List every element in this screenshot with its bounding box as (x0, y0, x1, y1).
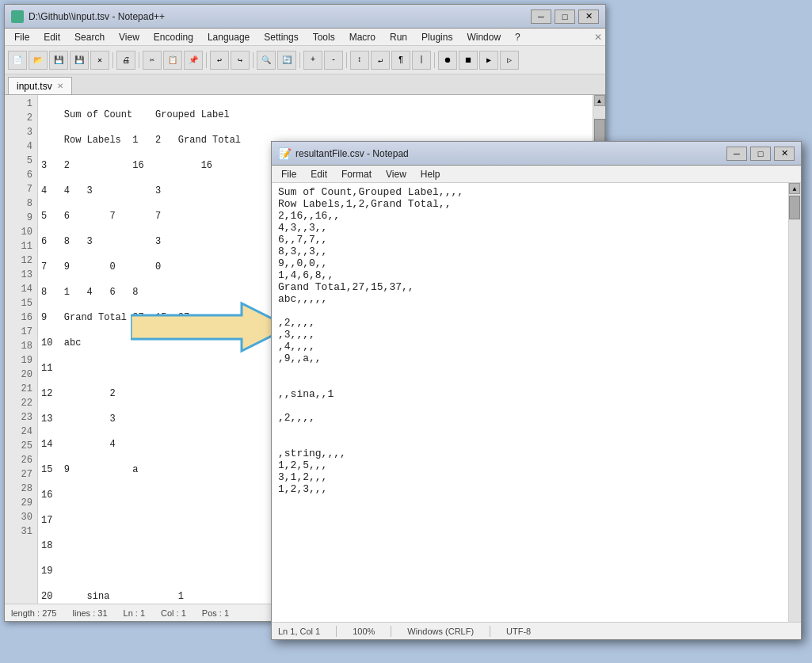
toolbar-macro-stop[interactable]: ⏹ (459, 51, 478, 70)
status-pos: Pos : 1 (202, 608, 229, 618)
toolbar-all-chars[interactable]: ¶ (391, 51, 410, 70)
menu-plugins[interactable]: Plugins (415, 30, 459, 44)
svg-marker-0 (131, 303, 289, 351)
tab-close-icon[interactable]: ✕ (57, 82, 63, 90)
line-num-8: 8 (5, 196, 37, 211)
toolbar-zoom-in[interactable]: + (303, 51, 322, 70)
line-num-4: 4 (5, 139, 37, 154)
toolbar-sep5 (299, 52, 300, 68)
menu-view[interactable]: View (112, 30, 146, 44)
np-scroll-up-btn[interactable]: ▲ (789, 183, 800, 194)
tab-input-tsv[interactable]: input.tsv ✕ (8, 77, 72, 94)
np-sep1 (336, 626, 337, 637)
line-num-11: 11 (5, 239, 37, 253)
line-num-15: 15 (5, 296, 37, 311)
toolbar-save[interactable]: 💾 (49, 51, 68, 70)
npp-toolbar: 📄 📂 💾 💾 ✕ 🖨 ✂ 📋 📌 ↩ ↪ 🔍 🔄 + - ↕ ↵ ¶ | ⏺ … (5, 46, 605, 74)
toolbar-sep3 (206, 52, 207, 68)
notepad-window: 📝 resultantFile.csv - Notepad ─ □ ✕ File… (271, 141, 802, 640)
toolbar-cut[interactable]: ✂ (143, 51, 162, 70)
line-num-29: 29 (5, 496, 37, 510)
toolbar-sep7 (434, 52, 435, 68)
status-length: length : 275 (11, 608, 57, 618)
toolbar-macro-rec[interactable]: ⏺ (438, 51, 457, 70)
toolbar-sync-scroll[interactable]: ↕ (350, 51, 369, 70)
toolbar-zoom-out[interactable]: - (324, 51, 343, 70)
menu-file[interactable]: File (8, 30, 36, 44)
np-scroll-thumb[interactable] (789, 196, 800, 219)
menu-encoding[interactable]: Encoding (147, 30, 200, 44)
np-close-button[interactable]: ✕ (774, 147, 795, 161)
npp-minimize-button[interactable]: ─ (531, 10, 551, 24)
scroll-up-btn[interactable]: ▲ (594, 95, 605, 106)
npp-maximize-button[interactable]: □ (555, 10, 575, 24)
np-menubar: File Edit Format View Help (272, 166, 801, 183)
line-num-23: 23 (5, 410, 37, 425)
line-num-24: 24 (5, 425, 37, 439)
toolbar-print[interactable]: 🖨 (116, 51, 135, 70)
np-menu-view[interactable]: View (379, 167, 413, 181)
menu-settings[interactable]: Settings (257, 30, 304, 44)
np-scrollbar-v[interactable]: ▲ (788, 183, 801, 622)
toolbar-find[interactable]: 🔍 (257, 51, 276, 70)
np-menu-edit[interactable]: Edit (304, 167, 334, 181)
toolbar-close[interactable]: ✕ (90, 51, 109, 70)
npp-win-controls: ─ □ ✕ (531, 10, 599, 24)
line-num-5: 5 (5, 154, 37, 168)
menu-help[interactable]: ? (509, 30, 527, 44)
line-numbers: 1 2 3 4 5 6 7 8 9 10 11 12 13 14 15 16 1… (5, 95, 38, 604)
line-num-27: 27 (5, 467, 37, 482)
line-num-3: 3 (5, 125, 37, 139)
tab-label: input.tsv (17, 81, 52, 92)
status-col: Col : 1 (161, 608, 186, 618)
np-statusbar: Ln 1, Col 1 100% Windows (CRLF) UTF-8 (272, 622, 801, 639)
toolbar-replace[interactable]: 🔄 (277, 51, 296, 70)
np-minimize-button[interactable]: ─ (726, 147, 747, 161)
toolbar-save-all[interactable]: 💾 (70, 51, 89, 70)
menu-tools[interactable]: Tools (307, 30, 341, 44)
np-editor[interactable]: Sum of Count,Grouped Label,,,, Row Label… (272, 183, 788, 622)
line-num-12: 12 (5, 253, 37, 268)
toolbar-sep6 (346, 52, 347, 68)
line-num-19: 19 (5, 353, 37, 368)
np-win-controls: ─ □ ✕ (726, 147, 795, 161)
np-menu-help[interactable]: Help (414, 167, 447, 181)
line-num-1: 1 (5, 97, 37, 111)
line-num-18: 18 (5, 339, 37, 353)
line-num-26: 26 (5, 453, 37, 467)
toolbar-run-macro[interactable]: ▷ (500, 51, 519, 70)
toolbar-new[interactable]: 📄 (8, 51, 27, 70)
np-status-line-ending: Windows (CRLF) (407, 627, 474, 636)
toolbar-copy[interactable]: 📋 (163, 51, 182, 70)
toolbar-undo[interactable]: ↩ (210, 51, 229, 70)
status-lines: lines : 31 (73, 608, 108, 618)
np-title: resultantFile.csv - Notepad (295, 148, 726, 159)
np-content: Sum of Count,Grouped Label,,,, Row Label… (272, 183, 801, 622)
line-num-7: 7 (5, 182, 37, 196)
line-num-20: 20 (5, 368, 37, 382)
menu-window[interactable]: Window (460, 30, 507, 44)
line-num-30: 30 (5, 510, 37, 524)
line-num-16: 16 (5, 311, 37, 325)
np-maximize-button[interactable]: □ (750, 147, 771, 161)
line-num-13: 13 (5, 268, 37, 282)
toolbar-open[interactable]: 📂 (29, 51, 48, 70)
toolbar-indent-guide[interactable]: | (412, 51, 431, 70)
np-menu-format[interactable]: Format (335, 167, 378, 181)
line-num-10: 10 (5, 225, 37, 239)
npp-close-button[interactable]: ✕ (578, 10, 599, 24)
menu-macro[interactable]: Macro (343, 30, 382, 44)
menu-search[interactable]: Search (68, 30, 111, 44)
menu-overflow[interactable]: ✕ (594, 32, 602, 43)
toolbar-macro-play[interactable]: ▶ (479, 51, 498, 70)
menu-language[interactable]: Language (201, 30, 256, 44)
toolbar-redo[interactable]: ↪ (231, 51, 250, 70)
menu-run[interactable]: Run (383, 30, 414, 44)
toolbar-paste[interactable]: 📌 (184, 51, 203, 70)
npp-icon (11, 10, 24, 23)
line-num-6: 6 (5, 168, 37, 182)
menu-edit[interactable]: Edit (37, 30, 67, 44)
np-menu-file[interactable]: File (275, 167, 303, 181)
notepad-icon: 📝 (278, 147, 291, 160)
toolbar-word-wrap[interactable]: ↵ (371, 51, 390, 70)
